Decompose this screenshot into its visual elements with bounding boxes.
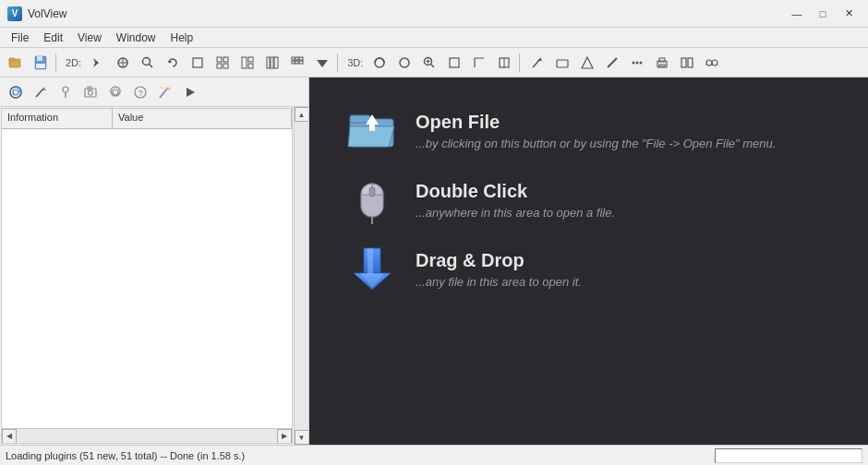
open-file-title: Open File bbox=[416, 112, 776, 133]
toolbar-2d-pan[interactable] bbox=[111, 52, 135, 74]
toolbar-2d-b3[interactable] bbox=[235, 52, 259, 74]
menu-window[interactable]: Window bbox=[109, 30, 163, 46]
toolbar-eraser[interactable] bbox=[550, 52, 574, 74]
menu-edit[interactable]: Edit bbox=[36, 30, 70, 46]
double-click-desc: ...anywhere in this area to open a file. bbox=[416, 206, 615, 220]
svg-rect-80 bbox=[368, 248, 373, 274]
scroll-down-btn[interactable]: ▼ bbox=[295, 430, 309, 445]
svg-point-62 bbox=[89, 90, 93, 95]
toolbar-extra1[interactable] bbox=[675, 52, 699, 74]
panel-btn-refresh[interactable] bbox=[4, 81, 28, 103]
svg-rect-16 bbox=[223, 64, 228, 68]
welcome-panel: Open File ...by clicking on this button … bbox=[309, 78, 868, 445]
toolbar-2d-rotate[interactable] bbox=[161, 52, 185, 74]
svg-point-70 bbox=[161, 87, 163, 89]
svg-marker-40 bbox=[538, 57, 542, 61]
panel-btn-gear[interactable] bbox=[103, 81, 127, 103]
scroll-left-btn[interactable]: ◀ bbox=[2, 429, 17, 444]
svg-rect-49 bbox=[659, 65, 665, 66]
svg-marker-58 bbox=[42, 87, 46, 90]
svg-point-64 bbox=[113, 89, 118, 95]
toolbar-2d-zoom[interactable] bbox=[136, 52, 160, 74]
svg-rect-15 bbox=[217, 64, 222, 68]
vertical-scrollbar[interactable]: ▲ ▼ bbox=[294, 107, 308, 445]
h-scroll-track[interactable] bbox=[17, 429, 277, 444]
toolbar-pencil[interactable] bbox=[525, 52, 549, 74]
svg-rect-27 bbox=[295, 61, 298, 64]
toolbar-3d-b3[interactable] bbox=[492, 52, 516, 74]
minimize-button[interactable]: — bbox=[785, 5, 809, 23]
svg-rect-20 bbox=[267, 57, 270, 68]
toolbar-save[interactable] bbox=[29, 52, 53, 74]
svg-rect-50 bbox=[681, 58, 686, 67]
drag-drop-icon bbox=[346, 244, 397, 294]
drag-drop-text: Drag & Drop ...any file in this area to … bbox=[416, 250, 582, 289]
svg-rect-25 bbox=[299, 57, 303, 60]
app-title: VolView bbox=[28, 7, 785, 20]
svg-marker-5 bbox=[93, 58, 99, 67]
toolbar-3d-b1[interactable] bbox=[442, 52, 466, 74]
svg-point-45 bbox=[636, 61, 639, 64]
col-header-info: Information bbox=[2, 109, 113, 128]
main-content: ? Information Value ◀ ▶ bbox=[0, 78, 868, 445]
open-file-text: Open File ...by clicking on this button … bbox=[416, 112, 776, 150]
toolbar-triangle[interactable] bbox=[575, 52, 599, 74]
toolbar-2d-b4[interactable] bbox=[260, 52, 284, 74]
toolbar-3d-zoom[interactable] bbox=[417, 52, 441, 74]
svg-rect-24 bbox=[295, 57, 298, 60]
panel-btn-pen[interactable] bbox=[29, 81, 53, 103]
toolbar-3d-rotate[interactable] bbox=[368, 52, 392, 74]
toolbar-3d-pan[interactable] bbox=[392, 52, 416, 74]
drag-drop-title: Drag & Drop bbox=[416, 250, 582, 271]
panel-btn-pin[interactable] bbox=[54, 81, 78, 103]
toolbar-2d-b1[interactable] bbox=[186, 52, 210, 74]
menu-help[interactable]: Help bbox=[163, 30, 201, 46]
main-toolbar: 2D: 3D: bbox=[0, 48, 868, 78]
svg-rect-41 bbox=[557, 60, 568, 67]
panel-btn-help[interactable]: ? bbox=[128, 81, 152, 103]
table-header: Information Value bbox=[2, 109, 292, 129]
svg-rect-1 bbox=[9, 58, 15, 61]
col-header-value: Value bbox=[113, 109, 292, 128]
panel-btn-capture[interactable] bbox=[78, 81, 102, 103]
svg-rect-23 bbox=[292, 57, 295, 60]
status-right-panel bbox=[715, 448, 862, 463]
toolbar-2d-arrow-down[interactable] bbox=[310, 52, 334, 74]
close-button[interactable]: ✕ bbox=[837, 5, 861, 23]
v-scroll-track[interactable] bbox=[295, 122, 309, 430]
toolbar-extra2[interactable] bbox=[700, 52, 724, 74]
title-bar: V VolView — □ ✕ bbox=[0, 0, 868, 28]
toolbar-open[interactable] bbox=[4, 52, 28, 74]
toolbar-print[interactable] bbox=[650, 52, 674, 74]
svg-marker-29 bbox=[317, 60, 328, 67]
svg-line-67 bbox=[160, 89, 167, 98]
table-body bbox=[2, 129, 292, 428]
svg-point-9 bbox=[143, 57, 151, 65]
horizontal-scrollbar[interactable]: ◀ ▶ bbox=[2, 428, 292, 443]
svg-rect-3 bbox=[37, 56, 42, 61]
svg-line-57 bbox=[36, 89, 43, 97]
toolbar-3d-b2[interactable] bbox=[467, 52, 491, 74]
svg-rect-36 bbox=[450, 58, 459, 67]
open-file-icon bbox=[346, 105, 397, 156]
toolbar-2d-b2[interactable] bbox=[211, 52, 235, 74]
welcome-open-file: Open File ...by clicking on this button … bbox=[346, 105, 831, 156]
scroll-up-btn[interactable]: ▲ bbox=[295, 107, 309, 122]
menu-bar: File Edit View Window Help bbox=[0, 28, 868, 48]
toolbar-2d-arrow[interactable] bbox=[86, 52, 110, 74]
window-controls: — □ ✕ bbox=[785, 5, 861, 23]
svg-rect-75 bbox=[369, 124, 375, 131]
svg-line-43 bbox=[608, 58, 617, 67]
toolbar-dots[interactable] bbox=[625, 52, 649, 74]
svg-line-33 bbox=[431, 64, 435, 67]
toolbar-line[interactable] bbox=[600, 52, 624, 74]
maximize-button[interactable]: □ bbox=[811, 5, 835, 23]
svg-rect-77 bbox=[369, 187, 375, 197]
svg-rect-22 bbox=[274, 57, 278, 68]
menu-view[interactable]: View bbox=[70, 30, 109, 46]
toolbar-2d-b5[interactable] bbox=[285, 52, 309, 74]
scroll-right-btn[interactable]: ▶ bbox=[277, 429, 292, 444]
panel-btn-wand[interactable] bbox=[153, 81, 177, 103]
panel-btn-play[interactable] bbox=[178, 81, 202, 103]
menu-file[interactable]: File bbox=[4, 30, 36, 46]
